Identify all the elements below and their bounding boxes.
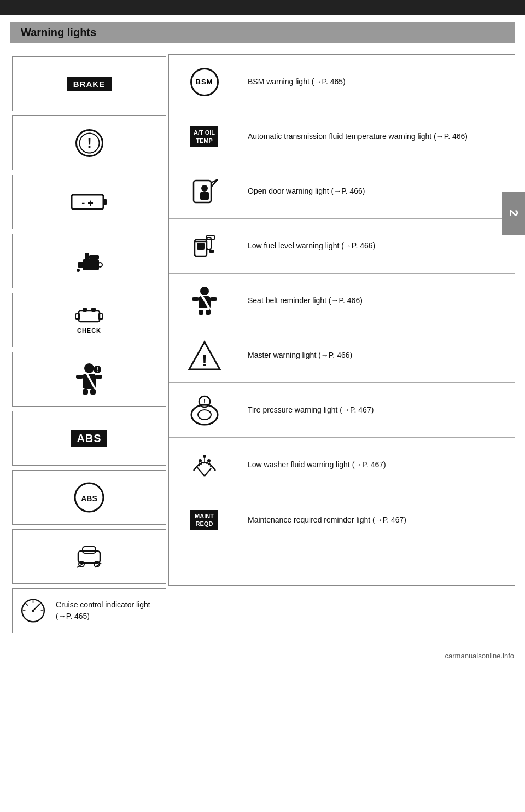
seat-belt-text-cell: Seat belt reminder light (→P. 466)	[240, 274, 515, 328]
tire-pressure-text: Tire pressure warning light (→P. 467)	[248, 404, 374, 415]
svg-text:!: !	[203, 398, 206, 407]
exclamation-circle-icon: !	[74, 128, 104, 158]
svg-text:-  +: - +	[81, 198, 94, 208]
footer-text: carmanualsonline.info	[445, 652, 514, 660]
open-door-icon	[189, 175, 220, 208]
low-fuel-icon	[190, 230, 219, 263]
bsm-icon-cell: BSM	[169, 55, 240, 109]
washer-fluid-icon-cell	[169, 438, 240, 492]
svg-rect-16	[91, 308, 96, 312]
svg-line-70	[26, 604, 28, 605]
svg-rect-12	[79, 311, 100, 322]
svg-rect-29	[83, 547, 96, 553]
svg-rect-38	[197, 243, 205, 250]
svg-rect-8	[85, 253, 89, 260]
exclamation-circle-icon-cell: !	[12, 115, 166, 170]
master-warning-text-cell: Master warning light (→P. 466)	[240, 328, 515, 383]
check-engine-icon-cell: CHECK	[12, 293, 166, 347]
svg-rect-46	[206, 309, 211, 315]
right-area: BSM A/T OILTEMP	[168, 54, 515, 586]
open-door-icon-cell	[169, 164, 240, 219]
cruise-control-icon	[20, 594, 46, 627]
svg-rect-48	[210, 297, 217, 301]
svg-point-17	[84, 363, 94, 373]
left-icon-column: BRAKE ! - +	[10, 54, 168, 586]
maint-reqd-icon-cell: MAINTREQD	[169, 492, 240, 547]
seat-belt-icon-cell	[169, 274, 240, 328]
maint-reqd-text: Maintenance required reminder light (→P.…	[248, 514, 406, 525]
master-warning-icon-cell: !	[169, 328, 240, 383]
tire-pressure-text-cell: Tire pressure warning light (→P. 467)	[240, 383, 515, 438]
abs-text-icon: ABS	[71, 430, 107, 447]
abs-circle-icon-cell: ABS	[12, 470, 166, 525]
person-seatbelt-icon: !	[75, 363, 103, 396]
footer: carmanualsonline.info	[0, 652, 525, 665]
bottom-section: Cruise control indicator light (→P. 465)	[10, 586, 515, 635]
svg-text:!: !	[202, 351, 207, 369]
bsm-icon: BSM	[190, 68, 219, 96]
svg-rect-20	[90, 389, 96, 395]
cruise-control-text: Cruise control indicator light (→P. 465)	[56, 599, 158, 622]
washer-fluid-icon	[188, 449, 221, 482]
check-engine-icon: CHECK	[74, 306, 104, 334]
open-door-text-cell: Open door warning light (→P. 466)	[240, 164, 515, 219]
svg-rect-47	[192, 297, 199, 301]
svg-point-54	[198, 410, 211, 420]
seat-belt-reminder-icon	[191, 285, 218, 317]
maint-reqd-icon: MAINTREQD	[190, 510, 218, 530]
svg-text:!: !	[87, 135, 92, 151]
check-text: CHECK	[77, 327, 101, 334]
open-door-text: Open door warning light (→P. 466)	[248, 185, 365, 196]
low-fuel-text-cell: Low fuel level warning light (→P. 466)	[240, 219, 515, 274]
master-warning-text: Master warning light (→P. 466)	[248, 350, 352, 361]
page-title: Warning lights	[21, 26, 504, 39]
page-header: Warning lights	[10, 22, 515, 43]
battery-icon-cell: - +	[12, 175, 166, 229]
abs-circle-icon: ABS	[73, 481, 106, 514]
washer-fluid-text: Low washer fluid warning light (→P. 467)	[248, 459, 386, 470]
low-fuel-icon-cell	[169, 219, 240, 274]
oil-icon-cell	[12, 234, 166, 288]
svg-rect-45	[199, 309, 203, 315]
battery-icon: - +	[71, 192, 108, 212]
svg-text:ABS: ABS	[81, 494, 97, 503]
svg-rect-19	[83, 389, 88, 395]
tire-pressure-icon: !	[188, 394, 221, 427]
svg-rect-21	[76, 375, 83, 379]
svg-rect-7	[78, 262, 84, 268]
svg-point-72	[32, 610, 34, 612]
at-oil-temp-icon-cell: A/T OILTEMP	[169, 109, 240, 164]
svg-line-64	[205, 468, 211, 476]
svg-rect-6	[83, 259, 99, 270]
at-oil-temp-text-cell: Automatic transmission fluid temperature…	[240, 109, 515, 164]
bsm-text: BSM warning light (→P. 465)	[248, 76, 346, 87]
cruise-control-box: Cruise control indicator light (→P. 465)	[12, 588, 166, 633]
bsm-text-cell: BSM warning light (→P. 465)	[240, 55, 515, 109]
svg-point-11	[77, 269, 80, 272]
brake-icon: BRAKE	[66, 76, 113, 92]
person-seatbelt-icon-cell: !	[12, 352, 166, 407]
at-oil-temp-text: Automatic transmission fluid temperature…	[248, 131, 468, 142]
seat-belt-text: Seat belt reminder light (→P. 466)	[248, 295, 363, 306]
svg-line-63	[198, 468, 205, 476]
washer-fluid-text-cell: Low washer fluid warning light (→P. 467)	[240, 438, 515, 492]
svg-point-53	[191, 405, 218, 425]
abs-text-icon-cell: ABS	[12, 411, 166, 466]
bottom-right-spacer	[168, 586, 515, 635]
skid-icon-cell	[12, 529, 166, 584]
svg-rect-4	[103, 199, 107, 205]
skid-icon	[73, 540, 106, 573]
svg-point-43	[200, 287, 209, 295]
svg-point-35	[201, 185, 208, 192]
right-icons-column: BSM A/T OILTEMP	[169, 55, 240, 585]
brake-icon-cell: BRAKE	[12, 56, 166, 111]
svg-rect-41	[209, 250, 214, 253]
maint-reqd-text-cell: Maintenance required reminder light (→P.…	[240, 492, 515, 547]
side-tab: 2	[502, 192, 525, 235]
tire-pressure-icon-cell: !	[169, 383, 240, 438]
svg-rect-22	[95, 375, 102, 379]
cruise-control-section: Cruise control indicator light (→P. 465)	[10, 586, 168, 635]
oil-icon	[73, 247, 106, 275]
low-fuel-text: Low fuel level warning light (→P. 466)	[248, 240, 375, 251]
svg-rect-36	[200, 192, 209, 200]
